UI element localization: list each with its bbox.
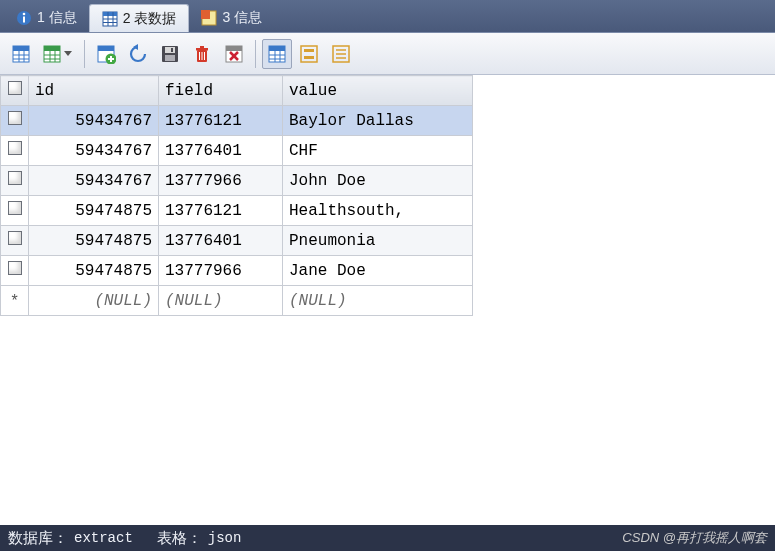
status-table-value: json (208, 530, 242, 546)
cell-field[interactable]: 13777966 (159, 256, 283, 286)
cell-field[interactable]: 13777966 (159, 166, 283, 196)
svg-rect-44 (269, 46, 285, 51)
status-db-label: 数据库： (8, 529, 68, 548)
table-row[interactable]: 5943476713777966John Doe (1, 166, 473, 196)
header-checkbox[interactable] (1, 76, 29, 106)
toolbar (0, 33, 775, 75)
row-checkbox[interactable] (1, 256, 29, 286)
cell-value[interactable]: John Doe (283, 166, 473, 196)
table-new-row[interactable]: *(NULL)(NULL)(NULL) (1, 286, 473, 316)
table-row[interactable]: 5947487513776121Healthsouth, (1, 196, 473, 226)
delete-button[interactable] (187, 39, 217, 69)
data-table-area: id field value 5943476713776121Baylor Da… (0, 75, 775, 525)
tab-label: 1 信息 (37, 9, 77, 27)
tab-table-data[interactable]: 2 表数据 (89, 4, 190, 32)
svg-rect-30 (165, 47, 175, 53)
tab-info-3[interactable]: 3 信息 (189, 4, 274, 32)
cell-id[interactable]: 59434767 (29, 166, 159, 196)
svg-rect-51 (304, 56, 314, 59)
row-checkbox[interactable] (1, 196, 29, 226)
cell-id[interactable]: 59474875 (29, 256, 159, 286)
grid-icon (102, 11, 118, 27)
svg-rect-4 (103, 12, 117, 16)
column-header-field[interactable]: field (159, 76, 283, 106)
text-view-button[interactable] (326, 39, 356, 69)
view-grid-button[interactable] (6, 39, 36, 69)
svg-rect-18 (44, 46, 60, 51)
svg-rect-1 (23, 17, 25, 23)
cell-field[interactable]: (NULL) (159, 286, 283, 316)
svg-rect-40 (226, 46, 242, 51)
tab-label: 3 信息 (222, 9, 262, 27)
new-row-marker: * (1, 286, 29, 316)
table-row[interactable]: 5947487513777966Jane Doe (1, 256, 473, 286)
data-table[interactable]: id field value 5943476713776121Baylor Da… (0, 75, 473, 316)
cell-field[interactable]: 13776401 (159, 136, 283, 166)
svg-point-2 (23, 13, 26, 16)
status-bar: 数据库： extract 表格： json CSDN @再打我摇人啊套 (0, 525, 775, 551)
cell-field[interactable]: 13776401 (159, 226, 283, 256)
toolbar-separator (84, 40, 85, 68)
table-header-row: id field value (1, 76, 473, 106)
svg-rect-34 (196, 48, 208, 51)
svg-rect-50 (304, 49, 314, 52)
info-icon (16, 10, 32, 26)
cell-value[interactable]: (NULL) (283, 286, 473, 316)
cancel-button[interactable] (219, 39, 249, 69)
cell-field[interactable]: 13776121 (159, 106, 283, 136)
refresh-button[interactable] (123, 39, 153, 69)
table-row[interactable]: 5943476713776121Baylor Dallas (1, 106, 473, 136)
cell-value[interactable]: Jane Doe (283, 256, 473, 286)
save-button[interactable] (155, 39, 185, 69)
cell-field[interactable]: 13776121 (159, 196, 283, 226)
chevron-down-icon (64, 51, 72, 56)
row-checkbox[interactable] (1, 166, 29, 196)
cell-value[interactable]: CHF (283, 136, 473, 166)
row-checkbox[interactable] (1, 106, 29, 136)
cell-id[interactable]: 59434767 (29, 136, 159, 166)
yellow-grid-icon (201, 10, 217, 26)
svg-rect-31 (165, 55, 175, 61)
table-row[interactable]: 5943476713776401CHF (1, 136, 473, 166)
status-db-value: extract (74, 530, 133, 546)
view-options-dropdown[interactable] (38, 39, 78, 69)
tab-info-1[interactable]: 1 信息 (4, 4, 89, 32)
cell-id[interactable]: 59434767 (29, 106, 159, 136)
cell-id[interactable]: (NULL) (29, 286, 159, 316)
svg-rect-35 (200, 46, 204, 48)
grid-view-button[interactable] (262, 39, 292, 69)
cell-value[interactable]: Pneumonia (283, 226, 473, 256)
svg-rect-24 (98, 46, 114, 51)
tab-label: 2 表数据 (123, 10, 177, 28)
form-view-button[interactable] (294, 39, 324, 69)
cell-id[interactable]: 59474875 (29, 226, 159, 256)
svg-rect-49 (301, 46, 317, 62)
svg-rect-10 (201, 10, 210, 19)
table-row[interactable]: 5947487513776401Pneumonia (1, 226, 473, 256)
watermark: CSDN @再打我摇人啊套 (622, 529, 767, 547)
row-checkbox[interactable] (1, 136, 29, 166)
toolbar-separator (255, 40, 256, 68)
tab-bar: 1 信息 2 表数据 3 信息 (0, 0, 775, 33)
cell-id[interactable]: 59474875 (29, 196, 159, 226)
cell-value[interactable]: Baylor Dallas (283, 106, 473, 136)
add-row-button[interactable] (91, 39, 121, 69)
cell-value[interactable]: Healthsouth, (283, 196, 473, 226)
svg-rect-12 (13, 46, 29, 51)
svg-rect-32 (171, 48, 173, 52)
row-checkbox[interactable] (1, 226, 29, 256)
status-table-label: 表格： (157, 529, 202, 548)
column-header-value[interactable]: value (283, 76, 473, 106)
column-header-id[interactable]: id (29, 76, 159, 106)
